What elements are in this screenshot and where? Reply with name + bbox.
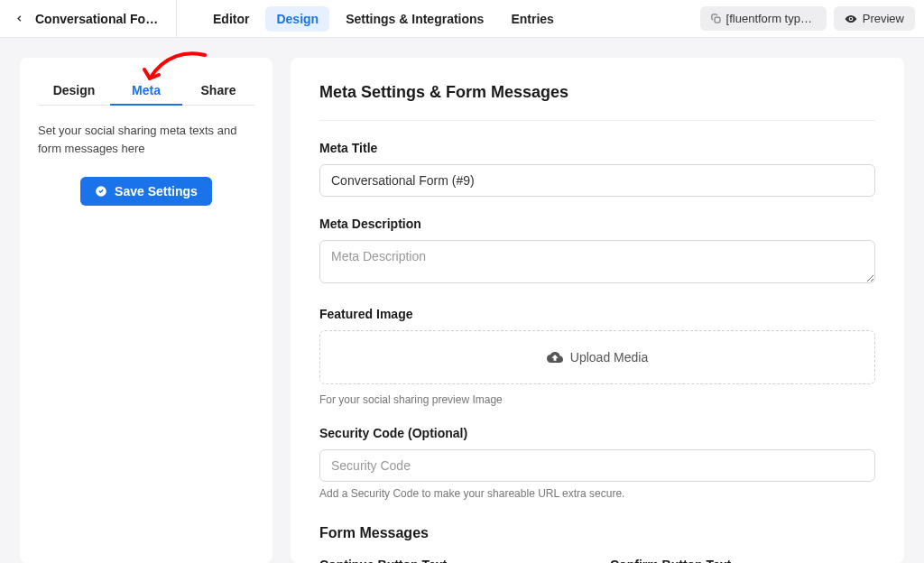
topnav-design[interactable]: Design <box>265 6 329 32</box>
continue-btn-label: Continue Button Text <box>319 558 585 563</box>
meta-description-input[interactable] <box>319 240 875 283</box>
featured-image-label: Featured Image <box>319 307 875 321</box>
security-code-label: Security Code (Optional) <box>319 426 875 440</box>
meta-description-label: Meta Description <box>319 217 875 231</box>
security-code-helper: Add a Security Code to make your shareab… <box>319 487 875 500</box>
upload-media-box[interactable]: Upload Media <box>319 330 875 384</box>
topnav-entries[interactable]: Entries <box>500 6 564 32</box>
field-featured-image: Featured Image Upload Media For your soc… <box>319 307 875 406</box>
preview-label: Preview <box>863 12 904 25</box>
sidebar-tab-meta[interactable]: Meta <box>110 76 182 105</box>
eye-icon <box>845 13 857 25</box>
topnav: Editor Design Settings & Integrations En… <box>202 6 565 32</box>
back-button[interactable] <box>9 10 30 27</box>
form-messages-heading: Form Messages <box>319 525 875 541</box>
field-confirm-button-text: Confirm Button Text <box>610 558 875 563</box>
check-circle-icon <box>95 185 107 198</box>
upload-media-label: Upload Media <box>570 350 648 365</box>
cloud-upload-icon <box>547 349 563 365</box>
field-continue-button-text: Continue Button Text <box>319 558 585 563</box>
preview-button[interactable]: Preview <box>834 6 915 31</box>
field-meta-title: Meta Title <box>319 141 875 197</box>
topnav-settings[interactable]: Settings & Integrations <box>335 6 494 32</box>
topbar-left: Conversational Form... <box>9 0 177 37</box>
main-panel: Meta Settings & Form Messages Meta Title… <box>291 58 904 563</box>
meta-title-input[interactable] <box>319 164 875 197</box>
shortcode-button[interactable]: [fluentform type="c... <box>700 6 827 31</box>
confirm-btn-label: Confirm Button Text <box>610 558 875 563</box>
sidebar-tab-share[interactable]: Share <box>182 76 254 105</box>
copy-icon <box>711 13 721 24</box>
topnav-editor[interactable]: Editor <box>202 6 260 32</box>
topbar-right: [fluentform type="c... Preview <box>700 6 915 31</box>
sidebar: Design Meta Share Set your social sharin… <box>20 58 273 563</box>
meta-title-label: Meta Title <box>319 141 875 155</box>
field-security-code: Security Code (Optional) Add a Security … <box>319 426 875 500</box>
main-heading: Meta Settings & Form Messages <box>319 83 875 102</box>
security-code-input[interactable] <box>319 449 875 482</box>
content-area: Design Meta Share Set your social sharin… <box>0 38 924 563</box>
featured-image-helper: For your social sharing preview Image <box>319 393 875 406</box>
divider <box>319 120 875 121</box>
shortcode-label: [fluentform type="c... <box>726 12 816 25</box>
save-button-label: Save Settings <box>115 184 198 198</box>
svg-rect-0 <box>715 17 720 23</box>
topbar: Conversational Form... Editor Design Set… <box>0 0 924 38</box>
chevron-left-icon <box>14 14 24 23</box>
form-messages-row: Continue Button Text Confirm Button Text <box>319 558 875 563</box>
save-settings-button[interactable]: Save Settings <box>80 177 212 206</box>
field-meta-description: Meta Description <box>319 217 875 287</box>
sidebar-tabs: Design Meta Share <box>38 76 254 106</box>
sidebar-description: Set your social sharing meta texts and f… <box>38 122 254 157</box>
sidebar-tab-design[interactable]: Design <box>38 76 110 105</box>
form-title: Conversational Form... <box>35 12 162 26</box>
